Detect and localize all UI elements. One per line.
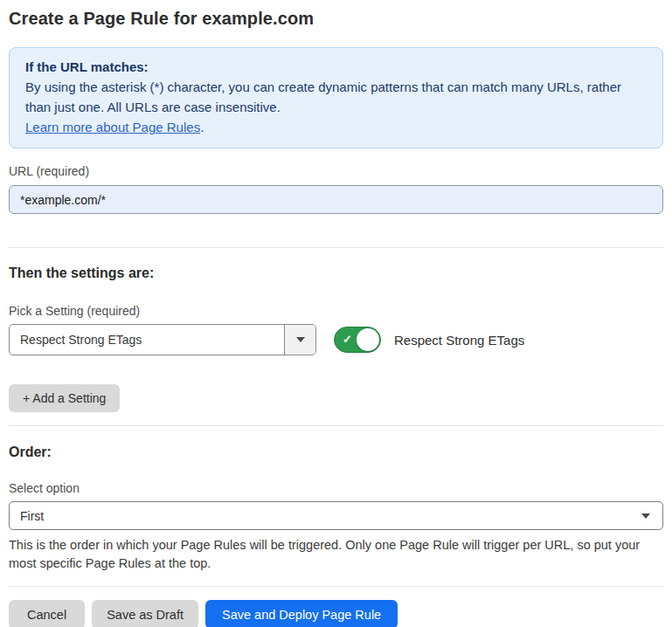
toggle-knob (357, 328, 379, 351)
order-section-heading: Order: (9, 444, 663, 460)
setting-dropdown-value: Respect Strong ETags (10, 333, 284, 347)
divider (9, 425, 663, 426)
info-box-body: By using the asterisk (*) character, you… (25, 77, 647, 117)
add-setting-button[interactable]: + Add a Setting (9, 384, 120, 412)
info-box-heading: If the URL matches: (25, 57, 647, 77)
caret-down-icon (641, 513, 650, 519)
link-period: . (200, 120, 204, 134)
save-as-draft-button[interactable]: Save as Draft (92, 600, 198, 627)
setting-row: Respect Strong ETags ✓ Respect Strong ET… (9, 324, 663, 355)
learn-more-link[interactable]: Learn more about Page Rules (25, 120, 200, 134)
settings-section-heading: Then the settings are: (9, 265, 663, 281)
pick-setting-label: Pick a Setting (required) (9, 304, 663, 318)
setting-dropdown[interactable]: Respect Strong ETags (9, 324, 316, 355)
url-input[interactable] (9, 185, 663, 214)
order-select-value: First (20, 509, 44, 523)
setting-toggle[interactable]: ✓ (334, 327, 381, 353)
setting-toggle-label: Respect Strong ETags (394, 333, 524, 348)
divider (9, 586, 663, 587)
order-help-text: This is the order in which your Page Rul… (9, 536, 662, 573)
url-field-label: URL (required) (9, 164, 663, 178)
check-icon: ✓ (343, 333, 352, 346)
order-select-label: Select option (9, 481, 663, 495)
divider (9, 247, 663, 248)
caret-down-icon (296, 337, 305, 342)
save-and-deploy-button[interactable]: Save and Deploy Page Rule (205, 600, 398, 627)
cancel-button[interactable]: Cancel (9, 600, 85, 627)
info-box-link-line: Learn more about Page Rules. (25, 117, 647, 137)
page-rule-form: Create a Page Rule for example.com If th… (0, 9, 672, 627)
page-title: Create a Page Rule for example.com (9, 9, 663, 29)
setting-dropdown-caret-button[interactable] (284, 325, 315, 355)
form-actions: Cancel Save as Draft Save and Deploy Pag… (9, 600, 663, 627)
url-match-info-box: If the URL matches: By using the asteris… (9, 47, 663, 148)
order-select[interactable]: First (9, 501, 663, 530)
